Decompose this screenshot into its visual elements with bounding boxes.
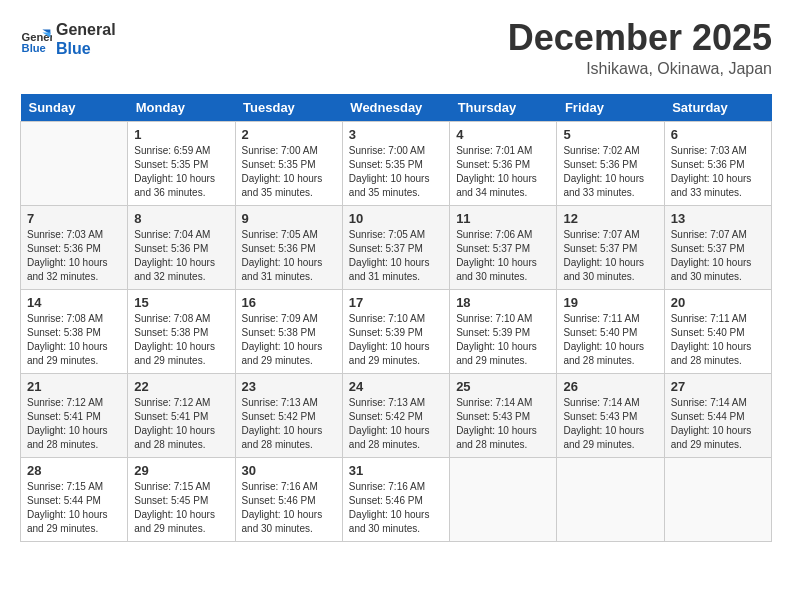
calendar-week-4: 21Sunrise: 7:12 AM Sunset: 5:41 PM Dayli… (21, 374, 772, 458)
calendar-week-1: 1Sunrise: 6:59 AM Sunset: 5:35 PM Daylig… (21, 122, 772, 206)
day-number: 17 (349, 295, 443, 310)
calendar-cell: 27Sunrise: 7:14 AM Sunset: 5:44 PM Dayli… (664, 374, 771, 458)
day-info: Sunrise: 7:04 AM Sunset: 5:36 PM Dayligh… (134, 228, 228, 284)
day-number: 13 (671, 211, 765, 226)
day-number: 21 (27, 379, 121, 394)
day-number: 2 (242, 127, 336, 142)
calendar-cell: 31Sunrise: 7:16 AM Sunset: 5:46 PM Dayli… (342, 458, 449, 542)
calendar-cell: 3Sunrise: 7:00 AM Sunset: 5:35 PM Daylig… (342, 122, 449, 206)
day-info: Sunrise: 7:02 AM Sunset: 5:36 PM Dayligh… (563, 144, 657, 200)
calendar-cell: 2Sunrise: 7:00 AM Sunset: 5:35 PM Daylig… (235, 122, 342, 206)
calendar-cell: 19Sunrise: 7:11 AM Sunset: 5:40 PM Dayli… (557, 290, 664, 374)
calendar-week-2: 7Sunrise: 7:03 AM Sunset: 5:36 PM Daylig… (21, 206, 772, 290)
day-number: 20 (671, 295, 765, 310)
logo-general: General (56, 20, 116, 39)
day-info: Sunrise: 7:15 AM Sunset: 5:44 PM Dayligh… (27, 480, 121, 536)
calendar-cell (557, 458, 664, 542)
calendar-cell: 18Sunrise: 7:10 AM Sunset: 5:39 PM Dayli… (450, 290, 557, 374)
day-info: Sunrise: 7:14 AM Sunset: 5:44 PM Dayligh… (671, 396, 765, 452)
logo: General Blue General Blue (20, 20, 116, 58)
day-number: 28 (27, 463, 121, 478)
day-number: 11 (456, 211, 550, 226)
day-info: Sunrise: 7:11 AM Sunset: 5:40 PM Dayligh… (671, 312, 765, 368)
day-number: 1 (134, 127, 228, 142)
day-info: Sunrise: 7:08 AM Sunset: 5:38 PM Dayligh… (27, 312, 121, 368)
calendar-week-3: 14Sunrise: 7:08 AM Sunset: 5:38 PM Dayli… (21, 290, 772, 374)
calendar-cell: 8Sunrise: 7:04 AM Sunset: 5:36 PM Daylig… (128, 206, 235, 290)
calendar-cell: 17Sunrise: 7:10 AM Sunset: 5:39 PM Dayli… (342, 290, 449, 374)
day-number: 15 (134, 295, 228, 310)
day-info: Sunrise: 7:11 AM Sunset: 5:40 PM Dayligh… (563, 312, 657, 368)
calendar-cell: 26Sunrise: 7:14 AM Sunset: 5:43 PM Dayli… (557, 374, 664, 458)
day-info: Sunrise: 7:01 AM Sunset: 5:36 PM Dayligh… (456, 144, 550, 200)
calendar-cell: 22Sunrise: 7:12 AM Sunset: 5:41 PM Dayli… (128, 374, 235, 458)
calendar-cell (21, 122, 128, 206)
calendar-cell: 15Sunrise: 7:08 AM Sunset: 5:38 PM Dayli… (128, 290, 235, 374)
day-info: Sunrise: 7:16 AM Sunset: 5:46 PM Dayligh… (242, 480, 336, 536)
day-number: 25 (456, 379, 550, 394)
day-info: Sunrise: 7:13 AM Sunset: 5:42 PM Dayligh… (242, 396, 336, 452)
day-info: Sunrise: 7:10 AM Sunset: 5:39 PM Dayligh… (349, 312, 443, 368)
day-info: Sunrise: 7:00 AM Sunset: 5:35 PM Dayligh… (349, 144, 443, 200)
calendar-cell: 1Sunrise: 6:59 AM Sunset: 5:35 PM Daylig… (128, 122, 235, 206)
calendar-cell: 10Sunrise: 7:05 AM Sunset: 5:37 PM Dayli… (342, 206, 449, 290)
month-title: December 2025 (508, 20, 772, 56)
day-info: Sunrise: 7:07 AM Sunset: 5:37 PM Dayligh… (671, 228, 765, 284)
day-info: Sunrise: 7:15 AM Sunset: 5:45 PM Dayligh… (134, 480, 228, 536)
calendar-cell: 5Sunrise: 7:02 AM Sunset: 5:36 PM Daylig… (557, 122, 664, 206)
day-info: Sunrise: 7:12 AM Sunset: 5:41 PM Dayligh… (134, 396, 228, 452)
calendar-cell (450, 458, 557, 542)
calendar-cell: 13Sunrise: 7:07 AM Sunset: 5:37 PM Dayli… (664, 206, 771, 290)
day-number: 10 (349, 211, 443, 226)
day-number: 29 (134, 463, 228, 478)
col-header-thursday: Thursday (450, 94, 557, 122)
calendar-cell: 16Sunrise: 7:09 AM Sunset: 5:38 PM Dayli… (235, 290, 342, 374)
day-info: Sunrise: 7:16 AM Sunset: 5:46 PM Dayligh… (349, 480, 443, 536)
day-info: Sunrise: 7:00 AM Sunset: 5:35 PM Dayligh… (242, 144, 336, 200)
day-number: 9 (242, 211, 336, 226)
day-number: 30 (242, 463, 336, 478)
day-info: Sunrise: 7:13 AM Sunset: 5:42 PM Dayligh… (349, 396, 443, 452)
day-number: 5 (563, 127, 657, 142)
calendar-cell: 4Sunrise: 7:01 AM Sunset: 5:36 PM Daylig… (450, 122, 557, 206)
col-header-saturday: Saturday (664, 94, 771, 122)
day-info: Sunrise: 7:03 AM Sunset: 5:36 PM Dayligh… (671, 144, 765, 200)
day-number: 7 (27, 211, 121, 226)
day-info: Sunrise: 7:07 AM Sunset: 5:37 PM Dayligh… (563, 228, 657, 284)
day-number: 6 (671, 127, 765, 142)
calendar-header-row: SundayMondayTuesdayWednesdayThursdayFrid… (21, 94, 772, 122)
day-info: Sunrise: 7:10 AM Sunset: 5:39 PM Dayligh… (456, 312, 550, 368)
day-number: 8 (134, 211, 228, 226)
calendar-cell: 23Sunrise: 7:13 AM Sunset: 5:42 PM Dayli… (235, 374, 342, 458)
calendar-cell: 28Sunrise: 7:15 AM Sunset: 5:44 PM Dayli… (21, 458, 128, 542)
day-number: 26 (563, 379, 657, 394)
logo-blue: Blue (56, 39, 116, 58)
col-header-monday: Monday (128, 94, 235, 122)
day-info: Sunrise: 7:05 AM Sunset: 5:37 PM Dayligh… (349, 228, 443, 284)
day-number: 23 (242, 379, 336, 394)
day-info: Sunrise: 7:12 AM Sunset: 5:41 PM Dayligh… (27, 396, 121, 452)
day-info: Sunrise: 7:14 AM Sunset: 5:43 PM Dayligh… (456, 396, 550, 452)
calendar-cell: 20Sunrise: 7:11 AM Sunset: 5:40 PM Dayli… (664, 290, 771, 374)
calendar-week-5: 28Sunrise: 7:15 AM Sunset: 5:44 PM Dayli… (21, 458, 772, 542)
day-number: 14 (27, 295, 121, 310)
day-info: Sunrise: 7:14 AM Sunset: 5:43 PM Dayligh… (563, 396, 657, 452)
day-info: Sunrise: 7:03 AM Sunset: 5:36 PM Dayligh… (27, 228, 121, 284)
title-section: December 2025 Ishikawa, Okinawa, Japan (508, 20, 772, 78)
day-number: 19 (563, 295, 657, 310)
calendar-cell: 6Sunrise: 7:03 AM Sunset: 5:36 PM Daylig… (664, 122, 771, 206)
calendar-cell: 30Sunrise: 7:16 AM Sunset: 5:46 PM Dayli… (235, 458, 342, 542)
day-info: Sunrise: 7:05 AM Sunset: 5:36 PM Dayligh… (242, 228, 336, 284)
calendar-cell: 24Sunrise: 7:13 AM Sunset: 5:42 PM Dayli… (342, 374, 449, 458)
day-number: 18 (456, 295, 550, 310)
day-number: 31 (349, 463, 443, 478)
col-header-tuesday: Tuesday (235, 94, 342, 122)
day-info: Sunrise: 6:59 AM Sunset: 5:35 PM Dayligh… (134, 144, 228, 200)
calendar-cell: 11Sunrise: 7:06 AM Sunset: 5:37 PM Dayli… (450, 206, 557, 290)
page-header: General Blue General Blue December 2025 … (20, 20, 772, 78)
calendar-cell: 9Sunrise: 7:05 AM Sunset: 5:36 PM Daylig… (235, 206, 342, 290)
calendar-cell: 14Sunrise: 7:08 AM Sunset: 5:38 PM Dayli… (21, 290, 128, 374)
calendar-cell (664, 458, 771, 542)
day-number: 22 (134, 379, 228, 394)
day-number: 27 (671, 379, 765, 394)
